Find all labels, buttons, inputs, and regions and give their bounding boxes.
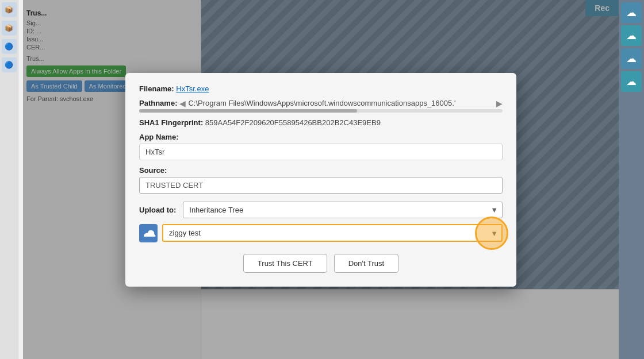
dialog-buttons: Trust This CERT Don't Trust <box>139 254 503 273</box>
pathname-scrollbar-thumb <box>139 109 357 113</box>
sidebar-icon-1[interactable]: ☁ <box>621 2 642 23</box>
sidebar-icon-4[interactable]: ☁ <box>621 71 642 92</box>
app-name-input[interactable] <box>139 144 503 160</box>
sidebar-icon-2[interactable]: ☁ <box>621 25 642 46</box>
pathname-path-row: Pathname: ◀ C:\Program Files\WindowsApps… <box>139 99 503 108</box>
upload-to-select-wrapper: Inheritance Tree Option 2 ▼ <box>183 202 503 218</box>
sha1-value: 859AA54F2F209620F55895426BB202B2C43E9EB9 <box>205 118 381 127</box>
dialog-overlay: Filename: HxTsr.exe Pathname: ◀ C:\Progr… <box>23 0 619 359</box>
pathname-row: Pathname: ◀ C:\Program Files\WindowsApps… <box>139 99 503 113</box>
dialog: Filename: HxTsr.exe Pathname: ◀ C:\Progr… <box>125 73 516 287</box>
trust-cert-button[interactable]: Trust This CERT <box>243 254 327 273</box>
left-icon-4[interactable]: 🔵 <box>2 57 17 72</box>
ziggy-row: ziggy test other option ▼ <box>139 224 503 242</box>
source-input[interactable] <box>139 177 503 194</box>
ziggy-select-wrapper: ziggy test other option ▼ <box>162 224 503 242</box>
app-name-label: App Name: <box>139 133 503 141</box>
ziggy-icon <box>139 224 158 242</box>
pathname-label: Pathname: <box>139 99 177 107</box>
left-icon-1[interactable]: 📦 <box>2 2 17 17</box>
upload-to-select[interactable]: Inheritance Tree Option 2 <box>183 202 503 218</box>
sha1-row: SHA1 Fingerprint: 859AA54F2F209620F55895… <box>139 118 503 127</box>
ziggy-select[interactable]: ziggy test other option <box>162 224 503 242</box>
left-icon-3[interactable]: 🔵 <box>2 39 17 54</box>
pathname-value: C:\Program Files\WindowsApps\microsoft.w… <box>188 99 494 107</box>
path-scroll-left[interactable]: ◀ <box>179 99 186 108</box>
path-scroll-right[interactable]: ▶ <box>496 99 503 108</box>
sidebar-icon-3[interactable]: ☁ <box>621 48 642 69</box>
upload-to-row: Upload to: Inheritance Tree Option 2 ▼ <box>139 202 503 218</box>
cloud-icon <box>139 224 158 242</box>
filename-link[interactable]: HxTsr.exe <box>176 84 209 93</box>
filename-row: Filename: HxTsr.exe <box>139 84 503 93</box>
left-icon-2[interactable]: 📦 <box>2 21 17 36</box>
upload-to-label: Upload to: <box>139 206 176 214</box>
right-sidebar: ☁ ☁ ☁ ☁ <box>619 0 644 359</box>
filename-label: Filename: <box>139 84 174 93</box>
left-panel-icons: 📦 📦 🔵 🔵 <box>0 0 18 359</box>
source-label: Source: <box>139 166 503 175</box>
pathname-scrollbar[interactable] <box>139 109 503 113</box>
dont-trust-button[interactable]: Don't Trust <box>334 254 398 273</box>
sha1-label: SHA1 Fingerprint: <box>139 118 203 127</box>
